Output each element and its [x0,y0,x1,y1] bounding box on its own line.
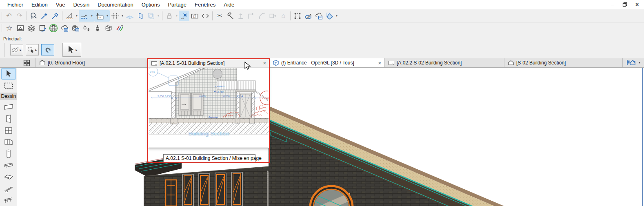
web-button[interactable] [48,23,59,33]
frames-button[interactable] [146,11,156,21]
menu-edition[interactable]: Edition [27,0,52,9]
menu-aide[interactable]: Aide [220,0,238,9]
gravity-magnet-button[interactable] [41,44,54,55]
coordinates-caret[interactable]: ▼ [105,15,109,17]
arrow-tool-button[interactable]: ▸ [62,43,81,57]
toolbox-section-dessin: Dessin [0,93,17,100]
drawing-manager-button[interactable] [15,23,26,33]
right-panel-edge[interactable] [642,68,643,206]
restore-button[interactable] [620,0,630,9]
snap-grid-caret[interactable]: ▼ [120,15,124,17]
tool-slab[interactable] [1,171,16,183]
navigator-caret[interactable]: ▼ [637,62,642,64]
split-button[interactable]: ✂ [214,11,225,21]
inject-parameters-button[interactable] [50,11,60,21]
home-story-button[interactable]: ⌂ [278,11,289,21]
dimensions-button[interactable]: 12 [189,11,200,21]
corner-extend-icon [247,12,255,20]
annotate-button[interactable] [303,11,313,21]
camera-list-button[interactable] [70,23,81,33]
tool-corner-window[interactable] [1,136,16,148]
menu-documentation[interactable]: Documentation [93,0,137,9]
menu-fenetres[interactable]: Fenêtres [191,0,220,9]
favorites-button[interactable]: ☆ [4,23,15,33]
guide-lines-button[interactable] [64,11,75,21]
elevate-icon [237,12,245,20]
tool-beam[interactable] [1,160,16,171]
menu-vue[interactable]: Vue [52,0,69,9]
cloud-share-button[interactable] [313,11,324,21]
menu-dessin[interactable]: Dessin [69,0,93,9]
tool-stair[interactable] [1,183,16,195]
coordinates-button[interactable]: XY [95,11,105,21]
paint-pot-button[interactable] [81,23,92,33]
snap-guides-caret[interactable]: ▼ [90,15,94,17]
tab-close-button[interactable]: × [374,60,381,66]
zoom-select-button[interactable] [29,11,39,21]
bricks-icon [104,24,113,32]
markup-pencil-icon [304,12,312,20]
minimize-button[interactable]: – [607,0,618,9]
renovation-caret[interactable]: ▼ [335,15,339,17]
tab-a022-section[interactable]: [A.02.2 S-02 Building Section] [385,58,504,67]
undo-button[interactable]: ↶ [4,11,14,21]
tool-railing[interactable] [1,195,16,206]
tool-window[interactable] [1,125,16,136]
drawing-title: Building Section Building Section [148,131,269,137]
tool-arrow[interactable] [1,68,16,80]
marquee-select-button[interactable]: ▸ [26,44,39,55]
cloud-icon [315,12,323,20]
pick-parameters-button[interactable] [39,11,50,21]
fillet-button[interactable] [257,11,267,21]
snap-grid-button[interactable] [110,11,120,21]
redo-button[interactable]: ↷ [14,11,25,21]
menu-partage[interactable]: Partage [164,0,191,9]
virtual-trace-button[interactable] [135,11,146,21]
tool-door[interactable] [1,113,16,124]
tab-bar: [0. Ground Floor] (!) Entrance - OpenGL … [0,58,644,68]
lock-button[interactable] [164,11,175,21]
scissors-icon: ✂ [217,13,222,19]
bimcloud-button[interactable] [59,23,70,33]
update-elements-button[interactable] [37,23,48,33]
extend-button[interactable] [246,11,257,21]
lock-caret[interactable]: ▼ [175,15,179,17]
tab-overview-button[interactable] [18,58,36,67]
svg-text:+9,000: +9,000 [217,85,224,88]
building-materials-button[interactable] [103,23,114,33]
tool-wall[interactable] [1,101,16,113]
magic-wand-button[interactable] [179,11,189,21]
viewport-3d[interactable] [17,68,644,206]
tab-s02-section[interactable]: [S-02 Building Section] [504,58,623,67]
svg-text:XY: XY [98,16,102,19]
renovation-filter-button[interactable] [324,11,335,21]
magnet-icon [44,46,52,54]
editing-plane-button[interactable] [124,11,135,21]
diamond-icon [325,12,333,20]
group-button[interactable] [292,11,303,21]
popup-close-button[interactable]: × [263,60,266,66]
elevate-button[interactable] [235,11,246,21]
navigator-icon[interactable] [626,59,637,66]
svg-text:2,650: 2,650 [158,95,164,97]
layers-button[interactable] [26,23,37,33]
stretch-button[interactable] [267,11,278,21]
toolbar-grip [4,43,4,57]
tab-ground-floor[interactable]: [0. Ground Floor] [36,58,147,67]
guide-lines-caret[interactable]: ▼ [75,15,79,17]
renovation-button[interactable] [114,23,125,33]
snap-guides-button[interactable] [79,11,90,21]
close-button[interactable]: × [632,0,642,9]
marquee-edit-button[interactable]: ▸ [10,44,23,55]
menu-options[interactable]: Options [138,0,164,9]
svg-text:12: 12 [193,15,196,18]
tab-entrance-3d[interactable]: (!) Entrance - OpenGL [3D / Tous] × [269,58,385,67]
menu-fichier[interactable]: Fichier [3,0,27,9]
fit-view-button[interactable] [200,11,211,21]
tool-column[interactable] [1,148,16,159]
frames-caret[interactable]: ▼ [156,15,160,17]
tool-marquee[interactable] [1,80,16,91]
adjust-button[interactable] [225,11,235,21]
svg-text:D-01: D-01 [150,71,155,73]
brush-button[interactable] [92,23,103,33]
